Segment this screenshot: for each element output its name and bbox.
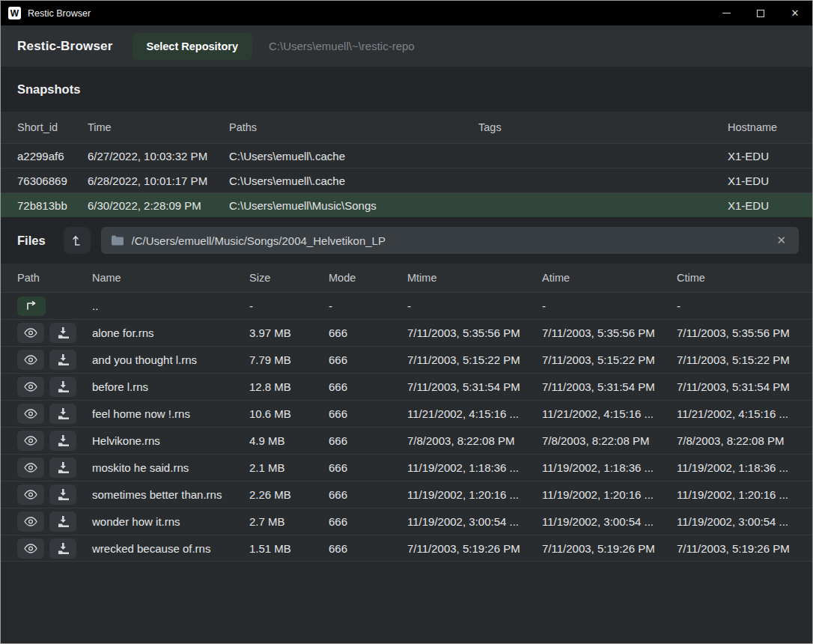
folder-icon [111,235,124,246]
file-name: wonder how it.rns [92,515,249,528]
file-ctime: 7/8/2003, 8:22:08 PM [677,434,812,447]
snapshots-title: Snapshots [17,82,80,97]
download-icon [57,462,69,473]
app-window: W Restic Browser ✕ Restic-Browser Select… [0,0,813,644]
col-mode: Mode [329,272,407,284]
eye-icon [24,382,37,392]
file-row: and you thought l.rns 7.79 MB 666 7/11/2… [1,346,812,373]
file-row: Helvikone.rns 4.9 MB 666 7/8/2003, 8:22:… [1,427,812,454]
download-file-button[interactable] [49,323,76,343]
clear-path-button[interactable]: ✕ [773,232,789,249]
eye-icon [24,355,37,365]
file-mode: 666 [329,380,407,393]
preview-file-button[interactable] [17,377,44,397]
parent-directory-button[interactable] [17,297,46,316]
col-hostname: Hostname [728,121,812,133]
col-time: Time [88,121,229,133]
download-file-button[interactable] [49,511,76,532]
file-atime: 11/19/2002, 1:20:16 ... [542,488,677,501]
download-file-button[interactable] [49,350,76,370]
file-mode: 666 [329,434,407,447]
eye-icon [24,463,37,473]
file-name: moskito he said.rns [92,461,249,474]
file-atime: 7/11/2003, 5:31:54 PM [542,380,677,393]
file-row: wonder how it.rns 2.7 MB 666 11/19/2002,… [1,508,812,535]
download-file-button[interactable] [49,458,76,478]
repository-path: C:\Users\emuell\~\restic-repo [269,40,415,52]
up-level-icon [72,234,82,247]
file-row: feel home now !.rns 10.6 MB 666 11/21/20… [1,400,812,427]
preview-file-button[interactable] [17,458,44,478]
file-atime: - [542,300,677,312]
window-title: Restic Browser [28,8,91,19]
col-atime: Atime [542,272,677,284]
file-name: alone for.rns [92,326,249,339]
files-title: Files [17,234,46,248]
file-ctime: 11/19/2002, 1:20:16 ... [677,488,812,501]
maximize-button[interactable] [743,1,778,25]
file-atime: 11/19/2002, 3:00:54 ... [542,515,677,528]
download-file-button[interactable] [49,431,76,451]
download-file-button[interactable] [49,404,76,424]
col-name: Name [92,272,249,284]
file-mode: 666 [329,461,407,474]
snapshot-time: 6/30/2022, 2:28:09 PM [88,199,229,212]
file-atime: 11/19/2002, 1:18:36 ... [542,461,677,474]
snapshot-row[interactable]: 76306869 6/28/2022, 10:01:17 PM C:\Users… [1,168,812,192]
preview-file-button[interactable] [17,538,44,559]
file-ctime: 11/21/2002, 4:15:16 ... [677,407,812,420]
col-size: Size [249,272,329,284]
download-icon [57,543,69,554]
preview-file-button[interactable] [17,350,44,370]
file-mode: 666 [329,488,407,501]
snapshot-row[interactable]: 72b813bb 6/30/2022, 2:28:09 PM C:\Users\… [1,192,812,217]
clear-icon: ✕ [776,234,786,246]
preview-file-button[interactable] [17,404,44,424]
current-path-input[interactable]: /C/Users/emuell/Music/Songs/2004_Helveti… [101,227,799,254]
file-mode: 666 [329,515,407,528]
file-mtime: 11/19/2002, 1:20:16 ... [407,488,542,501]
snapshot-row[interactable]: a2299af6 6/27/2022, 10:03:32 PM C:\Users… [1,143,812,168]
snapshots-table-body: a2299af6 6/27/2022, 10:03:32 PM C:\Users… [1,143,812,217]
minimize-icon [722,13,731,13]
download-file-button[interactable] [49,377,76,397]
close-button[interactable]: ✕ [778,1,812,25]
download-file-button[interactable] [49,538,76,559]
file-size: 2.1 MB [249,461,329,474]
file-atime: 7/8/2003, 8:22:08 PM [542,434,677,447]
file-size: 1.51 MB [249,542,329,555]
files-section-header: Files /C/Users/emuell/Music/Songs/2004_H… [1,217,812,264]
empty-area [1,562,812,643]
file-atime: 7/11/2003, 5:19:26 PM [542,542,677,555]
snapshot-time: 6/27/2022, 10:03:32 PM [88,150,229,162]
file-name: before l.rns [92,380,249,393]
download-file-button[interactable] [49,484,76,505]
file-mtime: 11/21/2002, 4:15:16 ... [407,407,542,420]
file-size: 2.7 MB [249,515,329,528]
snapshot-hostname: X1-EDU [728,150,812,162]
file-name: and you thought l.rns [92,353,249,366]
file-ctime: 7/11/2003, 5:15:22 PM [677,353,812,366]
preview-file-button[interactable] [17,323,44,343]
snapshots-section-header: Snapshots [1,67,812,112]
files-table-body: .. - - - - - alone for.rns 3.97 MB 666 [1,292,812,562]
minimize-button[interactable] [709,1,743,25]
file-ctime: 7/11/2003, 5:35:56 PM [677,326,812,339]
preview-file-button[interactable] [17,431,44,451]
file-ctime: 11/19/2002, 1:18:36 ... [677,461,812,474]
select-repository-button[interactable]: Select Repository [133,33,253,60]
preview-file-button[interactable] [17,511,44,532]
file-row: sometimes better than.rns 2.26 MB 666 11… [1,481,812,508]
preview-file-button[interactable] [17,484,44,505]
file-row: wrecked because of.rns 1.51 MB 666 7/11/… [1,535,812,562]
file-size: 7.79 MB [249,353,329,366]
file-atime: 7/11/2003, 5:15:22 PM [542,353,677,366]
go-to-root-button[interactable] [64,227,91,254]
snapshot-hostname: X1-EDU [728,199,812,212]
file-mode: 666 [329,542,407,555]
file-mtime: 11/19/2002, 1:18:36 ... [407,461,542,474]
download-icon [57,354,69,365]
eye-icon [24,328,37,338]
file-mode: - [329,300,407,312]
titlebar: W Restic Browser ✕ [1,1,812,25]
